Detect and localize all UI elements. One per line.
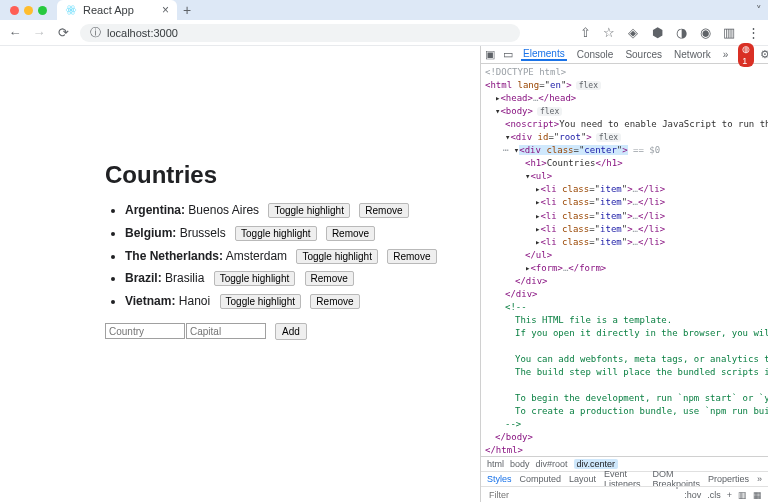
more-tabs-icon[interactable]: » bbox=[721, 49, 731, 60]
sidepanel-icon[interactable]: ▥ bbox=[722, 26, 736, 40]
more-icon[interactable]: » bbox=[757, 474, 762, 484]
page-viewport: Countries Argentina: Buenos Aires Toggle… bbox=[0, 46, 480, 502]
inspect-icon[interactable]: ▣ bbox=[485, 48, 495, 61]
toolbar-right: ⇧ ☆ ◈ ⬢ ◑ ◉ ▥ ⋮ bbox=[578, 26, 760, 40]
address-text: localhost:3000 bbox=[107, 27, 178, 39]
settings-icon[interactable]: ⚙ bbox=[760, 48, 768, 61]
toggle-highlight-button[interactable]: Toggle highlight bbox=[214, 271, 296, 286]
country-name: Belgium bbox=[125, 226, 172, 240]
close-tab-icon[interactable]: × bbox=[162, 4, 169, 16]
profile-icon[interactable]: ◉ bbox=[698, 26, 712, 40]
tab-layout[interactable]: Layout bbox=[569, 474, 596, 484]
country-capital: Brasilia bbox=[165, 271, 204, 285]
comment-line: You can add webfonts, meta tags, or anal… bbox=[515, 354, 768, 364]
country-capital: Brussels bbox=[180, 226, 226, 240]
country-input[interactable] bbox=[105, 323, 185, 339]
country-capital: Amsterdam bbox=[226, 249, 287, 263]
crumb-center[interactable]: div.center bbox=[574, 459, 618, 469]
dom-tree[interactable]: <!DOCTYPE html> <html lang="en">flex ▸<h… bbox=[481, 64, 768, 456]
window-controls bbox=[10, 6, 47, 15]
devtools-tabs: ▣ ▭ Elements Console Sources Network » ◍… bbox=[481, 46, 768, 64]
reload-icon[interactable]: ⟳ bbox=[56, 26, 70, 40]
add-button[interactable]: Add bbox=[275, 323, 307, 340]
add-country-form: Add bbox=[105, 323, 405, 340]
browser-window: React App × + ˅ ← → ⟳ ⓘ localhost:3000 ⇧… bbox=[0, 0, 768, 502]
tab-computed[interactable]: Computed bbox=[520, 474, 562, 484]
crumb-root[interactable]: div#root bbox=[536, 459, 568, 469]
comment-line: This HTML file is a template. bbox=[515, 315, 672, 325]
extension-react-icon[interactable]: ⬢ bbox=[650, 26, 664, 40]
toggle-highlight-button[interactable]: Toggle highlight bbox=[220, 294, 302, 309]
sidebar-toggle-icon[interactable]: ▦ bbox=[753, 490, 762, 500]
country-name: Argentina bbox=[125, 203, 181, 217]
toggle-highlight-button[interactable]: Toggle highlight bbox=[268, 203, 350, 218]
countries-app: Countries Argentina: Buenos Aires Toggle… bbox=[105, 161, 405, 340]
country-name: The Netherlands bbox=[125, 249, 219, 263]
styles-tabs: Styles Computed Layout Event Listeners D… bbox=[481, 471, 768, 486]
window-minimize[interactable] bbox=[24, 6, 33, 15]
dom-doctype: <!DOCTYPE html> bbox=[485, 67, 566, 77]
comment-line: If you open it directly in the browser, … bbox=[515, 328, 768, 338]
tab-network[interactable]: Network bbox=[672, 49, 713, 60]
country-list: Argentina: Buenos Aires Toggle highlight… bbox=[105, 199, 405, 313]
error-count-badge[interactable]: ◍ 1 bbox=[738, 43, 754, 67]
tab-strip: React App × + ˅ bbox=[0, 0, 768, 20]
toggle-highlight-button[interactable]: Toggle highlight bbox=[296, 249, 378, 264]
browser-tab[interactable]: React App × bbox=[57, 0, 177, 20]
list-item: Brazil: Brasilia Toggle highlight Remove bbox=[125, 267, 405, 290]
new-tab-button[interactable]: + bbox=[183, 2, 191, 18]
remove-button[interactable]: Remove bbox=[326, 226, 375, 241]
forward-icon: → bbox=[32, 26, 46, 40]
window-close[interactable] bbox=[10, 6, 19, 15]
list-item: Argentina: Buenos Aires Toggle highlight… bbox=[125, 199, 405, 222]
selected-indicator: == $0 bbox=[628, 145, 661, 155]
country-capital: Buenos Aires bbox=[188, 203, 259, 217]
country-name: Vietnam bbox=[125, 294, 171, 308]
back-icon[interactable]: ← bbox=[8, 26, 22, 40]
chevron-down-icon[interactable]: ˅ bbox=[756, 4, 762, 17]
tab-styles[interactable]: Styles bbox=[487, 474, 512, 484]
country-capital: Hanoi bbox=[179, 294, 210, 308]
list-item: Belgium: Brussels Toggle highlight Remov… bbox=[125, 222, 405, 245]
new-style-button[interactable]: + bbox=[727, 490, 732, 500]
extensions-icon[interactable]: ◈ bbox=[626, 26, 640, 40]
list-item: The Netherlands: Amsterdam Toggle highli… bbox=[125, 245, 405, 268]
country-name: Brazil bbox=[125, 271, 158, 285]
share-icon[interactable]: ⇧ bbox=[578, 26, 592, 40]
bookmark-icon[interactable]: ☆ bbox=[602, 26, 616, 40]
browser-toolbar: ← → ⟳ ⓘ localhost:3000 ⇧ ☆ ◈ ⬢ ◑ ◉ ▥ ⋮ bbox=[0, 20, 768, 46]
remove-button[interactable]: Remove bbox=[305, 271, 354, 286]
remove-button[interactable]: Remove bbox=[387, 249, 436, 264]
list-item: Vietnam: Hanoi Toggle highlight Remove bbox=[125, 290, 405, 313]
content-area: Countries Argentina: Buenos Aires Toggle… bbox=[0, 46, 768, 502]
styles-filter: :hov .cls + ▥ ▦ bbox=[481, 486, 768, 502]
device-toggle-icon[interactable]: ▭ bbox=[503, 48, 513, 61]
flex-badge: flex bbox=[576, 81, 601, 90]
menu-icon[interactable]: ⋮ bbox=[746, 26, 760, 40]
remove-button[interactable]: Remove bbox=[359, 203, 408, 218]
noscript-text: You need to enable JavaScript to run thi… bbox=[559, 119, 768, 129]
site-info-icon[interactable]: ⓘ bbox=[90, 25, 101, 40]
tab-properties[interactable]: Properties bbox=[708, 474, 749, 484]
page-title: Countries bbox=[105, 161, 405, 189]
crumb-body[interactable]: body bbox=[510, 459, 530, 469]
comment-line: The build step will place the bundled sc… bbox=[515, 367, 768, 377]
remove-button[interactable]: Remove bbox=[310, 294, 359, 309]
crumb-html[interactable]: html bbox=[487, 459, 504, 469]
cls-toggle[interactable]: .cls bbox=[707, 490, 721, 500]
filter-input[interactable] bbox=[487, 489, 678, 501]
computed-panel-icon[interactable]: ▥ bbox=[738, 490, 747, 500]
address-bar[interactable]: ⓘ localhost:3000 bbox=[80, 24, 520, 42]
comment-line: To begin the development, run `npm start… bbox=[515, 393, 768, 403]
window-maximize[interactable] bbox=[38, 6, 47, 15]
tab-sources[interactable]: Sources bbox=[623, 49, 664, 60]
tab-title: React App bbox=[83, 4, 134, 16]
incognito-icon[interactable]: ◑ bbox=[674, 26, 688, 40]
tab-elements[interactable]: Elements bbox=[521, 48, 567, 61]
tab-console[interactable]: Console bbox=[575, 49, 616, 60]
svg-point-0 bbox=[70, 9, 72, 11]
toggle-highlight-button[interactable]: Toggle highlight bbox=[235, 226, 317, 241]
devtools-panel: ▣ ▭ Elements Console Sources Network » ◍… bbox=[480, 46, 768, 502]
capital-input[interactable] bbox=[186, 323, 266, 339]
hov-toggle[interactable]: :hov bbox=[684, 490, 701, 500]
